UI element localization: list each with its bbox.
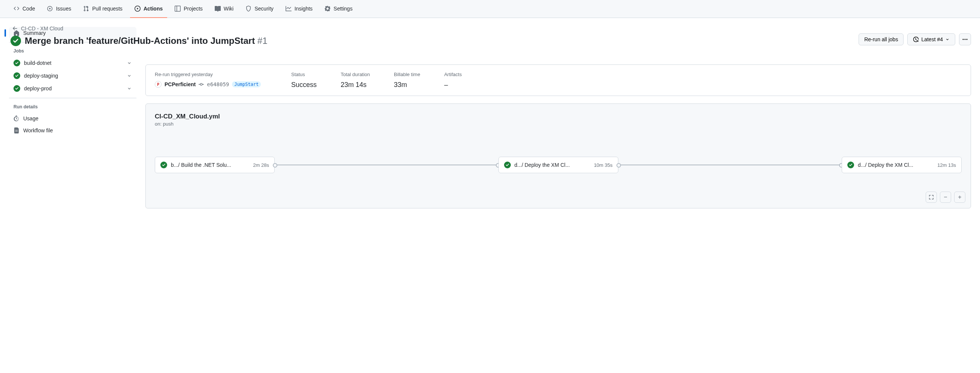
commit-hash[interactable]: e648059 — [207, 81, 229, 87]
graph-edge — [618, 164, 842, 165]
kebab-menu-button[interactable] — [959, 33, 971, 45]
check-circle-icon — [504, 162, 511, 168]
job-duration: 10m 35s — [594, 162, 613, 168]
chevron-down-icon — [945, 37, 950, 41]
rerun-all-button[interactable]: Re-run all jobs — [859, 33, 904, 45]
check-circle-icon — [13, 60, 20, 66]
zoom-out-button[interactable]: − — [940, 191, 951, 203]
svg-point-1 — [963, 39, 964, 40]
play-circle-icon — [135, 6, 140, 12]
check-circle-icon — [161, 162, 167, 168]
job-node-deploy-1[interactable]: d.../ Deploy the XM Cl... 10m 35s — [498, 157, 618, 173]
svg-point-3 — [967, 39, 967, 40]
status-value: Success — [291, 81, 317, 89]
workflow-file-name: CI-CD_XM_Cloud.yml — [155, 113, 962, 120]
tab-label: Security — [255, 6, 274, 12]
fullscreen-button[interactable] — [926, 191, 937, 203]
tab-insights[interactable]: Insights — [281, 0, 317, 18]
graph-icon — [286, 6, 291, 12]
job-duration: 2m 28s — [253, 162, 269, 168]
tab-settings[interactable]: Settings — [320, 0, 357, 18]
table-icon — [175, 6, 181, 12]
tab-label: Wiki — [224, 6, 234, 12]
svg-point-4 — [200, 83, 202, 85]
trigger-info: P PCPerficient e648059 JumpStart — [155, 81, 267, 88]
history-icon — [913, 37, 919, 42]
svg-point-0 — [49, 8, 51, 10]
status-label: Status — [291, 72, 317, 77]
latest-run-dropdown[interactable]: Latest #4 — [907, 33, 955, 45]
tab-label: Insights — [294, 6, 313, 12]
arrow-left-icon — [12, 26, 18, 32]
check-circle-icon — [847, 162, 854, 168]
branch-badge[interactable]: JumpStart — [232, 81, 261, 87]
billable-value[interactable]: 33m — [394, 81, 420, 89]
repo-tabnav: Code Issues Pull requests Actions Projec… — [0, 0, 980, 18]
page-title: Merge branch 'feature/GitHub-Actions' in… — [25, 35, 267, 46]
job-node-build[interactable]: b.../ Build the .NET Solu... 2m 28s — [155, 157, 275, 173]
fullscreen-icon — [929, 194, 934, 200]
job-label: d.../ Deploy the XM Cl... — [515, 162, 590, 168]
sidebar-item-label: Usage — [23, 115, 38, 121]
kebab-icon — [962, 37, 968, 42]
breadcrumb-label: CI-CD - XM Cloud — [21, 26, 63, 32]
tab-code[interactable]: Code — [9, 0, 39, 18]
job-label: d.../ Deploy the XM Cl... — [858, 162, 934, 168]
check-circle-icon — [13, 72, 20, 79]
plus-icon: + — [958, 194, 961, 201]
chevron-down-icon — [127, 73, 132, 78]
sidebar-usage[interactable]: Usage — [9, 112, 137, 124]
workflow-trigger: on: push — [155, 121, 962, 127]
breadcrumb[interactable]: CI-CD - XM Cloud — [9, 26, 137, 32]
graph-edge — [275, 164, 498, 165]
author-name[interactable]: PCPerficient — [164, 81, 196, 87]
job-name: build-dotnet — [24, 60, 51, 66]
job-node-deploy-2[interactable]: d.../ Deploy the XM Cl... 12m 13s — [842, 157, 962, 173]
duration-value[interactable]: 23m 14s — [340, 81, 370, 89]
issues-icon — [47, 6, 53, 12]
shield-icon — [245, 6, 251, 12]
tab-issues[interactable]: Issues — [42, 0, 75, 18]
trigger-label: Re-run triggered yesterday — [155, 72, 267, 77]
book-icon — [215, 6, 221, 12]
job-duration: 12m 13s — [937, 162, 956, 168]
tab-wiki[interactable]: Wiki — [210, 0, 238, 18]
workflow-graph[interactable]: b.../ Build the .NET Solu... 2m 28s d...… — [155, 157, 962, 173]
button-label: Latest #4 — [921, 37, 943, 42]
tab-label: Issues — [56, 6, 71, 12]
divider — [9, 98, 137, 98]
tab-projects[interactable]: Projects — [170, 0, 207, 18]
tab-label: Code — [22, 6, 35, 12]
tab-security[interactable]: Security — [241, 0, 278, 18]
chevron-down-icon — [127, 86, 132, 91]
commit-icon — [199, 82, 204, 87]
sidebar-job-build-dotnet[interactable]: build-dotnet — [9, 57, 137, 69]
stopwatch-icon — [13, 115, 19, 121]
job-label: b.../ Build the .NET Solu... — [171, 162, 249, 168]
sidebar-workflow-file[interactable]: Workflow file — [9, 124, 137, 137]
svg-point-2 — [965, 39, 966, 40]
artifacts-value: – — [444, 81, 462, 89]
zoom-in-button[interactable]: + — [954, 191, 966, 203]
duration-label: Total duration — [340, 72, 370, 77]
minus-icon: − — [943, 194, 947, 201]
tab-label: Projects — [184, 6, 203, 12]
tab-pull-requests[interactable]: Pull requests — [79, 0, 127, 18]
tab-label: Actions — [143, 6, 163, 12]
pull-request-icon — [83, 6, 89, 12]
graph-controls: − + — [926, 191, 966, 203]
check-circle-icon — [13, 85, 20, 92]
code-icon — [13, 6, 19, 12]
tab-actions[interactable]: Actions — [130, 0, 167, 18]
button-label: Re-run all jobs — [864, 37, 898, 42]
check-circle-icon — [11, 36, 21, 46]
artifacts-label: Artifacts — [444, 72, 462, 77]
sidebar-item-label: Workflow file — [23, 128, 53, 134]
page-title-row: Merge branch 'feature/GitHub-Actions' in… — [9, 35, 850, 46]
file-icon — [13, 128, 19, 134]
sidebar-job-deploy-prod[interactable]: deploy-prod — [9, 82, 137, 95]
job-name: deploy-prod — [24, 86, 52, 91]
gear-icon — [325, 6, 331, 12]
sidebar-job-deploy-staging[interactable]: deploy-staging — [9, 69, 137, 82]
run-summary-card: Re-run triggered yesterday P PCPerficien… — [145, 64, 971, 96]
